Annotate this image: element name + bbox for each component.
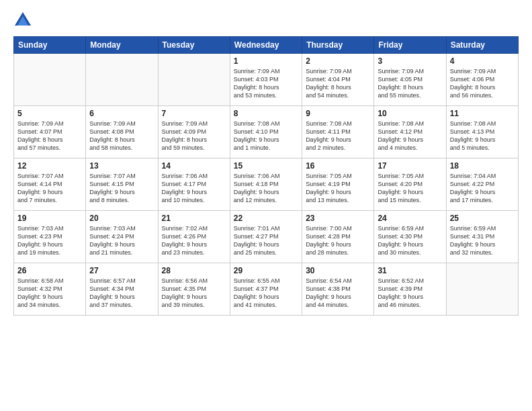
- calendar-header-saturday: Saturday: [446, 37, 518, 54]
- day-number: 17: [378, 161, 442, 171]
- day-number: 13: [89, 161, 154, 171]
- calendar-cell: 27Sunrise: 6:57 AM Sunset: 4:34 PM Dayli…: [86, 263, 158, 316]
- day-number: 24: [378, 214, 442, 223]
- calendar-cell: 29Sunrise: 6:55 AM Sunset: 4:37 PM Dayli…: [230, 263, 302, 316]
- calendar-cell: 16Sunrise: 7:05 AM Sunset: 4:19 PM Dayli…: [302, 158, 374, 211]
- day-number: 10: [378, 109, 442, 118]
- day-info: Sunrise: 7:05 AM Sunset: 4:20 PM Dayligh…: [378, 172, 442, 205]
- day-number: 20: [89, 214, 154, 223]
- calendar-cell: 11Sunrise: 7:08 AM Sunset: 4:13 PM Dayli…: [446, 106, 518, 158]
- day-info: Sunrise: 7:09 AM Sunset: 4:06 PM Dayligh…: [450, 67, 515, 100]
- calendar-cell: 14Sunrise: 7:06 AM Sunset: 4:17 PM Dayli…: [158, 158, 230, 211]
- day-number: 12: [17, 161, 82, 171]
- logo: [13, 11, 35, 30]
- day-info: Sunrise: 7:02 AM Sunset: 4:26 PM Dayligh…: [162, 224, 226, 257]
- day-number: 8: [234, 109, 298, 118]
- header: [13, 11, 519, 30]
- day-number: 6: [89, 109, 154, 118]
- day-info: Sunrise: 7:00 AM Sunset: 4:28 PM Dayligh…: [306, 224, 370, 257]
- calendar-header-friday: Friday: [374, 37, 446, 54]
- calendar-cell: 20Sunrise: 7:03 AM Sunset: 4:24 PM Dayli…: [86, 211, 158, 263]
- day-number: 29: [234, 266, 298, 275]
- calendar-cell: 25Sunrise: 6:59 AM Sunset: 4:31 PM Dayli…: [446, 211, 518, 263]
- day-number: 16: [306, 161, 370, 171]
- calendar-cell: 10Sunrise: 7:08 AM Sunset: 4:12 PM Dayli…: [374, 106, 446, 158]
- day-number: 1: [234, 56, 298, 66]
- calendar-cell: 15Sunrise: 7:06 AM Sunset: 4:18 PM Dayli…: [230, 158, 302, 211]
- calendar-cell: [158, 54, 230, 106]
- day-info: Sunrise: 6:55 AM Sunset: 4:37 PM Dayligh…: [234, 277, 298, 310]
- calendar-header-thursday: Thursday: [302, 37, 374, 54]
- page: SundayMondayTuesdayWednesdayThursdayFrid…: [0, 0, 532, 411]
- calendar-header-tuesday: Tuesday: [158, 37, 230, 54]
- calendar-cell: 5Sunrise: 7:09 AM Sunset: 4:07 PM Daylig…: [14, 106, 86, 158]
- day-number: 23: [306, 214, 370, 223]
- day-number: 30: [306, 266, 370, 275]
- calendar-cell: [446, 263, 518, 316]
- day-number: 4: [450, 56, 515, 66]
- day-info: Sunrise: 6:52 AM Sunset: 4:39 PM Dayligh…: [378, 277, 442, 310]
- day-info: Sunrise: 7:09 AM Sunset: 4:07 PM Dayligh…: [17, 120, 82, 152]
- calendar-cell: 31Sunrise: 6:52 AM Sunset: 4:39 PM Dayli…: [374, 263, 446, 316]
- day-info: Sunrise: 7:01 AM Sunset: 4:27 PM Dayligh…: [234, 224, 298, 257]
- calendar-cell: 21Sunrise: 7:02 AM Sunset: 4:26 PM Dayli…: [158, 211, 230, 263]
- day-info: Sunrise: 7:09 AM Sunset: 4:03 PM Dayligh…: [234, 67, 298, 100]
- day-number: 11: [450, 109, 515, 118]
- day-info: Sunrise: 7:03 AM Sunset: 4:23 PM Dayligh…: [17, 224, 82, 257]
- day-number: 18: [450, 161, 515, 171]
- day-number: 9: [306, 109, 370, 118]
- calendar-cell: [14, 54, 86, 106]
- day-info: Sunrise: 6:59 AM Sunset: 4:31 PM Dayligh…: [450, 224, 515, 257]
- day-info: Sunrise: 6:57 AM Sunset: 4:34 PM Dayligh…: [89, 277, 154, 310]
- day-info: Sunrise: 7:06 AM Sunset: 4:18 PM Dayligh…: [234, 172, 298, 205]
- day-info: Sunrise: 7:07 AM Sunset: 4:15 PM Dayligh…: [89, 172, 154, 205]
- day-info: Sunrise: 6:54 AM Sunset: 4:38 PM Dayligh…: [306, 277, 370, 310]
- calendar-cell: 3Sunrise: 7:09 AM Sunset: 4:05 PM Daylig…: [374, 54, 446, 106]
- calendar-cell: 28Sunrise: 6:56 AM Sunset: 4:35 PM Dayli…: [158, 263, 230, 316]
- calendar-cell: 4Sunrise: 7:09 AM Sunset: 4:06 PM Daylig…: [446, 54, 518, 106]
- day-info: Sunrise: 7:09 AM Sunset: 4:05 PM Dayligh…: [378, 67, 442, 100]
- calendar-header-row: SundayMondayTuesdayWednesdayThursdayFrid…: [14, 37, 519, 54]
- day-info: Sunrise: 7:09 AM Sunset: 4:04 PM Dayligh…: [306, 67, 370, 100]
- day-number: 15: [234, 161, 298, 171]
- calendar-cell: 17Sunrise: 7:05 AM Sunset: 4:20 PM Dayli…: [374, 158, 446, 211]
- calendar-week-row: 12Sunrise: 7:07 AM Sunset: 4:14 PM Dayli…: [14, 158, 519, 211]
- calendar-cell: 23Sunrise: 7:00 AM Sunset: 4:28 PM Dayli…: [302, 211, 374, 263]
- day-number: 7: [162, 109, 226, 118]
- calendar-cell: 26Sunrise: 6:58 AM Sunset: 4:32 PM Dayli…: [14, 263, 86, 316]
- day-number: 5: [17, 109, 82, 118]
- day-info: Sunrise: 6:56 AM Sunset: 4:35 PM Dayligh…: [162, 277, 226, 310]
- day-number: 25: [450, 214, 515, 223]
- day-number: 14: [162, 161, 226, 171]
- day-info: Sunrise: 7:07 AM Sunset: 4:14 PM Dayligh…: [17, 172, 82, 205]
- calendar-header-wednesday: Wednesday: [230, 37, 302, 54]
- day-info: Sunrise: 7:08 AM Sunset: 4:12 PM Dayligh…: [378, 120, 442, 152]
- day-info: Sunrise: 7:09 AM Sunset: 4:08 PM Dayligh…: [89, 120, 154, 152]
- logo-icon: [13, 11, 32, 30]
- day-info: Sunrise: 6:59 AM Sunset: 4:30 PM Dayligh…: [378, 224, 442, 257]
- day-info: Sunrise: 7:05 AM Sunset: 4:19 PM Dayligh…: [306, 172, 370, 205]
- day-info: Sunrise: 6:58 AM Sunset: 4:32 PM Dayligh…: [17, 277, 82, 310]
- calendar-header-sunday: Sunday: [14, 37, 86, 54]
- calendar-header-monday: Monday: [86, 37, 158, 54]
- day-number: 26: [17, 266, 82, 275]
- day-number: 27: [89, 266, 154, 275]
- calendar-cell: 22Sunrise: 7:01 AM Sunset: 4:27 PM Dayli…: [230, 211, 302, 263]
- calendar-cell: 8Sunrise: 7:08 AM Sunset: 4:10 PM Daylig…: [230, 106, 302, 158]
- day-info: Sunrise: 7:08 AM Sunset: 4:11 PM Dayligh…: [306, 120, 370, 152]
- calendar-cell: 6Sunrise: 7:09 AM Sunset: 4:08 PM Daylig…: [86, 106, 158, 158]
- calendar-week-row: 5Sunrise: 7:09 AM Sunset: 4:07 PM Daylig…: [14, 106, 519, 158]
- calendar-cell: 19Sunrise: 7:03 AM Sunset: 4:23 PM Dayli…: [14, 211, 86, 263]
- calendar-cell: [86, 54, 158, 106]
- calendar-week-row: 26Sunrise: 6:58 AM Sunset: 4:32 PM Dayli…: [14, 263, 519, 316]
- day-number: 21: [162, 214, 226, 223]
- calendar-cell: 13Sunrise: 7:07 AM Sunset: 4:15 PM Dayli…: [86, 158, 158, 211]
- calendar-cell: 2Sunrise: 7:09 AM Sunset: 4:04 PM Daylig…: [302, 54, 374, 106]
- calendar-cell: 1Sunrise: 7:09 AM Sunset: 4:03 PM Daylig…: [230, 54, 302, 106]
- calendar-cell: 30Sunrise: 6:54 AM Sunset: 4:38 PM Dayli…: [302, 263, 374, 316]
- day-number: 31: [378, 266, 442, 275]
- calendar-cell: 12Sunrise: 7:07 AM Sunset: 4:14 PM Dayli…: [14, 158, 86, 211]
- day-number: 22: [234, 214, 298, 223]
- calendar: SundayMondayTuesdayWednesdayThursdayFrid…: [13, 36, 519, 316]
- day-info: Sunrise: 7:08 AM Sunset: 4:13 PM Dayligh…: [450, 120, 515, 152]
